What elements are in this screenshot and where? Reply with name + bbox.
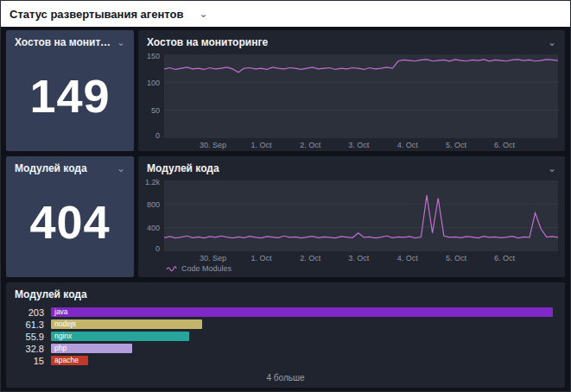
panel-head: Хостов на монито... ⌄ xyxy=(6,30,134,52)
bar-label: java xyxy=(51,308,68,316)
row-modules: Модулей кода ⌄ 404 Модулей кода ⌄ 1.2k 8… xyxy=(6,156,565,277)
y-tick: 100 xyxy=(147,79,160,87)
bar-track: apache xyxy=(51,356,553,365)
bar-label: nginx xyxy=(51,332,72,340)
bar-label: apache xyxy=(51,357,79,364)
chart-legend[interactable]: Code Modules xyxy=(138,264,565,277)
y-axis-labels: 1.2k 800 400 0 xyxy=(142,180,164,251)
chevron-down-icon[interactable]: ⌄ xyxy=(117,37,125,47)
bar-label: nodejs xyxy=(51,320,76,328)
x-tick: 30. Sep xyxy=(200,254,226,262)
panel-modules-breakdown: Модулей кода 203 java 61.3 nodejs 55.9 xyxy=(6,282,565,388)
panel-title: Хостов на монито... xyxy=(15,36,111,48)
bar-track: php xyxy=(51,344,553,353)
y-tick: 1.2k xyxy=(145,178,160,187)
bar-row-nginx[interactable]: 55.9 nginx xyxy=(15,332,553,341)
x-tick: 1. Oct xyxy=(251,254,272,262)
dashboard-header: Статус развертывания агентов ⌄ xyxy=(1,1,570,27)
bar-value: 203 xyxy=(15,307,44,318)
dashboard-grid: Хостов на монито... ⌄ 149 Хостов на мони… xyxy=(1,27,570,392)
y-tick: 0 xyxy=(155,244,160,253)
panel-modules-chart: Модулей кода ⌄ 1.2k 800 400 0 30. Sep xyxy=(138,156,565,277)
x-tick: 5. Oct xyxy=(446,254,466,262)
bar-row-nodejs[interactable]: 61.3 nodejs xyxy=(15,319,553,329)
x-tick: 3. Oct xyxy=(348,141,369,149)
chart-body: 150 100 50 0 xyxy=(138,52,565,138)
chevron-down-icon[interactable]: ⌄ xyxy=(199,9,207,19)
bar-row-java[interactable]: 203 java xyxy=(15,307,553,317)
dashboard-title: Статус развертывания агентов xyxy=(10,8,183,21)
bar: php xyxy=(51,344,132,353)
bar: java xyxy=(51,307,553,317)
bar-value: 61.3 xyxy=(15,319,44,330)
x-axis-labels: 30. Sep 1. Oct 2. Oct 3. Oct 4. Oct 5. O… xyxy=(164,138,558,151)
panel-hosts-count: Хостов на монито... ⌄ 149 xyxy=(6,30,134,151)
panel-title: Модулей кода xyxy=(15,162,87,174)
hosts-count-value: 149 xyxy=(6,52,134,151)
chevron-down-icon[interactable]: ⌄ xyxy=(117,163,125,174)
bar-value: 15 xyxy=(15,356,44,366)
x-tick: 6. Oct xyxy=(494,141,515,149)
chevron-down-icon[interactable]: ⌄ xyxy=(548,163,556,174)
x-tick: 6. Oct xyxy=(494,254,515,262)
x-axis-labels: 30. Sep 1. Oct 2. Oct 3. Oct 4. Oct 5. O… xyxy=(164,251,558,264)
x-tick: 3. Oct xyxy=(348,254,369,262)
panel-title: Модулей кода xyxy=(147,162,219,174)
bar: apache xyxy=(51,356,88,365)
panel-head: Хостов на мониторинге ⌄ xyxy=(138,30,565,52)
x-tick: 5. Oct xyxy=(446,141,466,149)
x-tick: 1. Oct xyxy=(251,141,272,149)
dashboard: Статус развертывания агентов ⌄ Хостов на… xyxy=(0,0,571,392)
panel-head: Модулей кода ⌄ xyxy=(138,156,565,178)
x-tick: 4. Oct xyxy=(397,254,418,262)
bar-label: php xyxy=(51,345,67,352)
y-tick: 0 xyxy=(155,131,160,140)
bar-value: 32.8 xyxy=(15,344,44,354)
panel-hosts-chart: Хостов на мониторинге ⌄ 150 100 50 0 30 xyxy=(138,30,565,151)
modules-count-value: 404 xyxy=(6,178,134,277)
panel-head: Модулей кода xyxy=(6,282,565,304)
hosts-line-chart[interactable] xyxy=(164,54,558,138)
y-tick: 400 xyxy=(147,224,160,232)
bar: nginx xyxy=(51,332,189,341)
bar: nodejs xyxy=(51,319,202,329)
bar-row-php[interactable]: 32.8 php xyxy=(15,344,553,353)
y-tick: 150 xyxy=(147,52,160,60)
panel-title: Модулей кода xyxy=(15,288,87,300)
bar-chart: 203 java 61.3 nodejs 55.9 nginx xyxy=(6,304,565,365)
chevron-down-icon[interactable]: ⌄ xyxy=(548,37,556,47)
modules-line-chart[interactable] xyxy=(164,180,558,251)
bar-track: java xyxy=(51,307,553,317)
x-tick: 2. Oct xyxy=(300,141,320,149)
panel-title: Хостов на мониторинге xyxy=(147,36,268,48)
bar-track: nginx xyxy=(51,332,553,341)
line-swatch-icon xyxy=(166,265,177,272)
x-tick: 4. Oct xyxy=(397,141,418,149)
show-more-link[interactable]: 4 больше xyxy=(6,365,565,386)
y-tick: 800 xyxy=(147,200,160,209)
row-hosts: Хостов на монито... ⌄ 149 Хостов на мони… xyxy=(6,30,565,151)
bar-track: nodejs xyxy=(51,319,553,329)
panel-head: Модулей кода ⌄ xyxy=(6,156,134,178)
y-axis-labels: 150 100 50 0 xyxy=(142,54,164,138)
bar-row-apache[interactable]: 15 apache xyxy=(15,356,553,365)
x-tick: 30. Sep xyxy=(200,141,226,149)
y-tick: 50 xyxy=(151,106,160,115)
bar-value: 55.9 xyxy=(15,332,44,342)
panel-modules-count: Модулей кода ⌄ 404 xyxy=(6,156,134,277)
legend-label: Code Modules xyxy=(181,264,232,273)
chart-body: 1.2k 800 400 0 xyxy=(138,178,565,251)
x-tick: 2. Oct xyxy=(300,254,320,262)
